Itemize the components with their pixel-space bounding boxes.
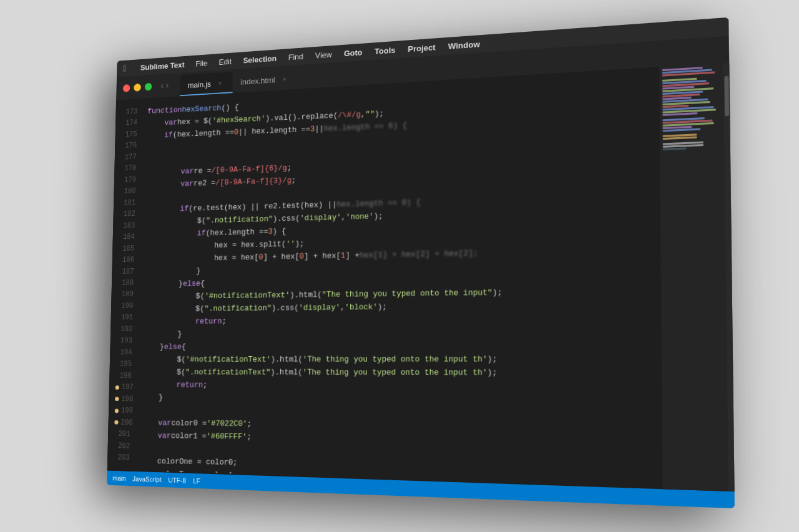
code-line-194: $(".notificationText").html('The thing y… [142, 365, 641, 379]
code-line-193: $('#notificationText').html('The thing y… [142, 352, 640, 365]
menu-item-find[interactable]: Find [282, 47, 309, 65]
status-language: JavaScript [132, 475, 162, 483]
line-num-175: 175 [115, 128, 143, 140]
line-num-188: 188 [112, 277, 139, 289]
menu-item-file[interactable]: File [190, 54, 213, 72]
menu-item-tools[interactable]: Tools [368, 41, 401, 60]
line-num-193: 193 [110, 335, 139, 347]
status-encoding: UTF-8 [168, 476, 186, 484]
menu-item-edit[interactable]: Edit [213, 52, 237, 70]
line-num-203: 203 [107, 452, 135, 464]
line-num-201: 201 [108, 428, 136, 440]
menu-item-goto[interactable]: Goto [338, 42, 368, 62]
line-num-176: 176 [115, 139, 142, 152]
line-num-181: 181 [114, 196, 141, 209]
line-num-191: 191 [110, 312, 139, 324]
apple-logo-icon:  [124, 64, 127, 73]
line-num-182: 182 [113, 208, 140, 220]
editor-window:  Sublime Text File Edit Selection Find … [107, 17, 735, 508]
nav-arrows: ‹ › [160, 80, 169, 90]
line-num-187: 187 [112, 265, 139, 277]
line-num-196: 196 [109, 370, 137, 382]
tab-close-index-html[interactable]: × [280, 74, 289, 84]
fullscreen-button[interactable] [145, 82, 152, 90]
line-num-174: 174 [115, 117, 143, 130]
menu-item-project[interactable]: Project [401, 37, 442, 57]
forward-arrow-icon[interactable]: › [166, 80, 169, 90]
code-line-192: } else { [142, 338, 641, 353]
screen-wrapper:  Sublime Text File Edit Selection Find … [107, 17, 735, 508]
line-num-186: 186 [112, 254, 140, 266]
tab-main-js[interactable]: main.js × [180, 71, 233, 95]
line-num-197: 197 [109, 381, 137, 393]
line-num-198: 198 [109, 393, 137, 405]
traffic-lights [123, 82, 152, 92]
scroll-thumb[interactable] [724, 75, 729, 116]
line-num-185: 185 [112, 242, 140, 254]
line-num-202: 202 [107, 440, 135, 452]
back-arrow-icon[interactable]: ‹ [160, 80, 164, 90]
line-num-189: 189 [111, 288, 139, 300]
tab-index-html-label: index.html [240, 75, 275, 86]
line-num-177: 177 [115, 150, 142, 163]
status-line-ending: LF [193, 476, 200, 484]
menu-item-window[interactable]: Window [442, 34, 487, 55]
minimap [659, 62, 728, 491]
menu-item-selection[interactable]: Selection [237, 49, 283, 69]
line-num-178: 178 [114, 162, 142, 175]
line-num-180: 180 [114, 185, 141, 197]
line-num-179: 179 [114, 173, 142, 186]
line-num-190: 190 [111, 300, 139, 312]
status-branch: main [112, 474, 125, 481]
line-num-173: 173 [115, 105, 143, 118]
tab-index-html[interactable]: index.html × [232, 67, 297, 92]
line-num-195: 195 [110, 358, 138, 370]
close-button[interactable] [123, 84, 130, 92]
line-num-192: 192 [110, 323, 139, 335]
line-num-183: 183 [113, 219, 140, 231]
editor-area: 173 174 175 176 177 178 179 180 181 182 … [107, 62, 735, 491]
code-line-195: return; [141, 378, 640, 393]
line-num-200: 200 [108, 416, 136, 428]
tab-close-main-js[interactable]: × [215, 78, 225, 88]
minimize-button[interactable] [134, 83, 141, 91]
menu-item-view[interactable]: View [309, 45, 338, 64]
minimap-content [659, 62, 724, 153]
tab-main-js-label: main.js [188, 79, 211, 90]
editor-main: 173 174 175 176 177 178 179 180 181 182 … [107, 62, 735, 491]
line-num-199: 199 [109, 405, 137, 417]
line-num-194: 194 [110, 346, 138, 358]
line-num-184: 184 [113, 231, 140, 243]
code-content[interactable]: function hexSearch() { var hex = $('#hex… [135, 75, 641, 480]
